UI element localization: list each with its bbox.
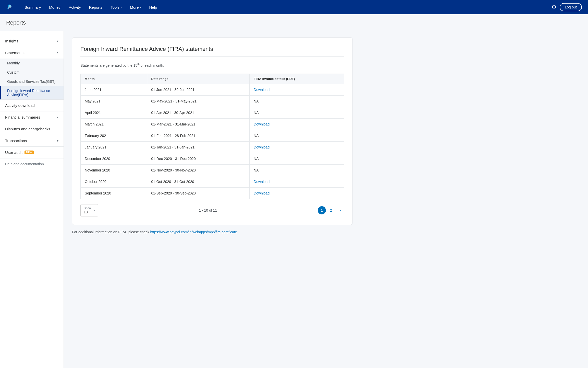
nav-activity[interactable]: Activity [66, 3, 84, 12]
nav-tools[interactable]: Tools▾ [107, 3, 125, 12]
logout-button[interactable]: Log out [560, 3, 582, 11]
sidebar: Insights ▾ Statements ▴ Monthly Custom G… [0, 31, 64, 368]
cell-date-range: 01-May-2021 - 31-May-2021 [147, 95, 250, 107]
sidebar-section-statements: Statements ▴ Monthly Custom Goods and Se… [0, 47, 64, 100]
sidebar-section-financial: Financial summaries ▾ [0, 111, 64, 123]
show-select-inner: Show 10 [84, 206, 91, 214]
more-chevron-icon: ▾ [140, 6, 141, 9]
show-select[interactable]: Show 10 ▾ [80, 204, 98, 216]
cell-fira: NA [250, 153, 344, 164]
cell-fira[interactable]: Download [250, 84, 344, 95]
content-subtitle: Statements are generated by the 15th of … [80, 63, 344, 67]
site-header: Summary Money Activity Reports Tools▾ Mo… [0, 0, 588, 14]
cell-month: November 2020 [81, 164, 147, 176]
cell-date-range: 01-Oct-2020 - 31-Oct-2020 [147, 176, 250, 187]
table-header: Month Date range FIRA invoice details (P… [81, 74, 344, 84]
nav-help[interactable]: Help [146, 3, 160, 12]
nav-more[interactable]: More▾ [127, 3, 144, 12]
cell-fira: NA [250, 95, 344, 107]
sidebar-item-monthly[interactable]: Monthly [0, 59, 64, 68]
footer-note-text: For additional information on FIRA, plea… [72, 230, 150, 234]
download-link[interactable]: Download [254, 145, 270, 149]
cell-month: September 2020 [81, 187, 147, 199]
cell-month: February 2021 [81, 130, 147, 141]
cell-fira[interactable]: Download [250, 141, 344, 153]
download-link[interactable]: Download [254, 180, 270, 184]
content-card: Foreign Inward Remittance Advice (FIRA) … [72, 37, 353, 225]
cell-month: May 2021 [81, 95, 147, 107]
settings-button[interactable]: ⚙ [552, 4, 557, 10]
cell-month: April 2021 [81, 107, 147, 118]
table-row: May 202101-May-2021 - 31-May-2021NA [81, 95, 344, 107]
show-chevron-icon: ▾ [93, 209, 95, 212]
download-link[interactable]: Download [254, 191, 270, 195]
cell-month: January 2021 [81, 141, 147, 153]
sidebar-item-activity-download[interactable]: Activity download [0, 100, 64, 111]
cell-date-range: 01-Nov-2020 - 30-Nov-2020 [147, 164, 250, 176]
col-fira: FIRA invoice details (PDF) [250, 74, 344, 84]
col-date-range: Date range [147, 74, 250, 84]
statements-sub-items: Monthly Custom Goods and Services Tax(GS… [0, 59, 64, 99]
cell-date-range: 01-Feb-2021 - 28-Feb-2021 [147, 130, 250, 141]
cell-date-range: 01-Mar-2021 - 31-Mar-2021 [147, 118, 250, 130]
page-next-button[interactable]: › [336, 206, 344, 214]
fira-table: Month Date range FIRA invoice details (P… [80, 74, 344, 199]
transactions-chevron-icon: ▾ [57, 139, 58, 143]
cell-fira[interactable]: Download [250, 176, 344, 187]
main-nav: Summary Money Activity Reports Tools▾ Mo… [21, 3, 552, 12]
tools-chevron-icon: ▾ [120, 6, 122, 9]
sidebar-section-transactions: Transactions ▾ [0, 135, 64, 147]
cell-fira[interactable]: Download [250, 187, 344, 199]
cell-fira: NA [250, 164, 344, 176]
sidebar-insights-header[interactable]: Insights ▾ [0, 35, 64, 47]
sidebar-item-gst[interactable]: Goods and Services Tax(GST) [0, 77, 64, 86]
sidebar-financial-header[interactable]: Financial summaries ▾ [0, 111, 64, 123]
download-link[interactable]: Download [254, 88, 270, 92]
page-2-button[interactable]: 2 [327, 206, 335, 214]
sidebar-item-custom[interactable]: Custom [0, 68, 64, 77]
nav-summary[interactable]: Summary [21, 3, 44, 12]
cell-month: June 2021 [81, 84, 147, 95]
download-link[interactable]: Download [254, 122, 270, 126]
table-footer: Show 10 ▾ 1 - 10 of 11 1 2 › [80, 204, 344, 216]
sidebar-item-user-audit[interactable]: User audit NEW [0, 147, 64, 158]
table-row: January 202101-Jan-2021 - 31-Jan-2021Dow… [81, 141, 344, 153]
transactions-label: Transactions [5, 139, 27, 143]
cell-date-range: 01-Dec-2020 - 31-Dec-2020 [147, 153, 250, 164]
page-title: Reports [6, 19, 582, 26]
page-info: 1 - 10 of 11 [199, 208, 217, 212]
cell-fira[interactable]: Download [250, 118, 344, 130]
statements-chevron-icon: ▴ [57, 51, 58, 55]
table-row: June 202101-Jun-2021 - 30-Jun-2021Downlo… [81, 84, 344, 95]
table-row: September 202001-Sep-2020 - 30-Sep-2020D… [81, 187, 344, 199]
footer-note: For additional information on FIRA, plea… [72, 230, 353, 234]
table-row: April 202101-Apr-2021 - 30-Apr-2021NA [81, 107, 344, 118]
show-value: 10 [84, 210, 88, 214]
table-row: November 202001-Nov-2020 - 30-Nov-2020NA [81, 164, 344, 176]
sidebar-help[interactable]: Help and documentation [0, 158, 64, 170]
sidebar-item-disputes[interactable]: Disputes and chargebacks [0, 123, 64, 135]
cell-fira: NA [250, 130, 344, 141]
new-badge: NEW [24, 151, 33, 154]
table-row: March 202101-Mar-2021 - 31-Mar-2021Downl… [81, 118, 344, 130]
content-title: Foreign Inward Remittance Advice (FIRA) … [80, 46, 344, 57]
fira-certificate-link[interactable]: https://www.paypal.com/in/webapps/mpp/fi… [150, 230, 237, 234]
nav-reports[interactable]: Reports [86, 3, 106, 12]
statements-label: Statements [5, 51, 24, 55]
nav-money[interactable]: Money [46, 3, 64, 12]
col-month: Month [81, 74, 147, 84]
sidebar-item-fira[interactable]: Foreign Inward Remittance Advice(FIRA) [0, 86, 64, 99]
insights-chevron-icon: ▾ [57, 39, 58, 43]
sidebar-statements-header[interactable]: Statements ▴ [0, 47, 64, 59]
financial-chevron-icon: ▾ [57, 116, 58, 119]
page-1-button[interactable]: 1 [318, 206, 326, 214]
cell-month: October 2020 [81, 176, 147, 187]
financial-label: Financial summaries [5, 115, 40, 119]
page-body: Insights ▾ Statements ▴ Monthly Custom G… [0, 31, 588, 368]
cell-month: March 2021 [81, 118, 147, 130]
paypal-logo [6, 3, 13, 11]
table-row: October 202001-Oct-2020 - 31-Oct-2020Dow… [81, 176, 344, 187]
sidebar-transactions-header[interactable]: Transactions ▾ [0, 135, 64, 146]
cell-date-range: 01-Apr-2021 - 30-Apr-2021 [147, 107, 250, 118]
cell-fira: NA [250, 107, 344, 118]
